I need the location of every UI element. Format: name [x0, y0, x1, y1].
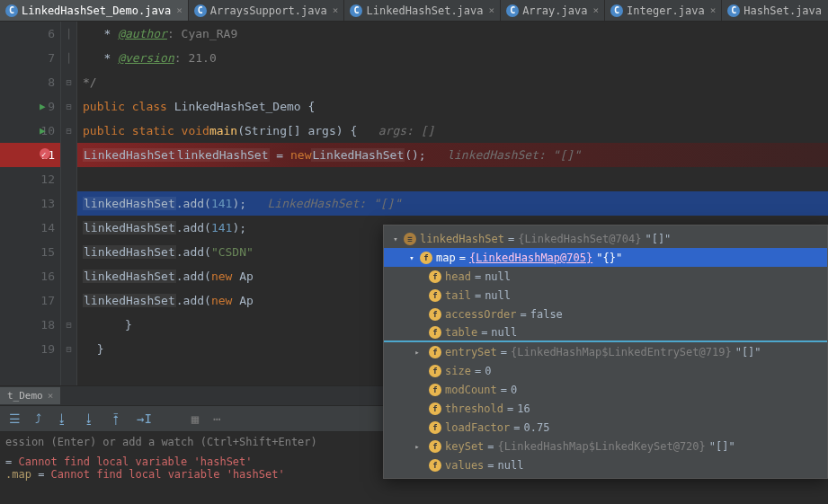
code-line[interactable]: */ — [77, 70, 828, 94]
var-row[interactable]: ▸fentrySet = {LinkedHashMap$LinkedEntryS… — [384, 342, 827, 361]
upload-icon[interactable]: ⭱ — [110, 411, 122, 426]
code-line[interactable]: LinkedHashSet linkedHashSet = new Linked… — [77, 143, 828, 167]
chevron-down-icon[interactable]: ▾ — [407, 253, 416, 262]
var-row[interactable]: ftail = null — [384, 286, 827, 305]
var-row[interactable]: fsize = 0 — [384, 361, 827, 380]
line-number: 19 — [40, 342, 55, 356]
more-icon[interactable]: ⋯ — [213, 411, 220, 426]
java-class-icon: C — [727, 4, 740, 17]
tab-label: Array.java — [522, 4, 587, 17]
var-row[interactable]: fhead = null — [384, 267, 827, 286]
tab-label: Integer.java — [627, 4, 705, 17]
java-class-icon: C — [5, 4, 18, 17]
gutter-line[interactable]: 14 — [0, 216, 60, 240]
gutter-line[interactable]: 15 — [0, 240, 60, 264]
fold-marker[interactable] — [61, 191, 76, 216]
code-line[interactable] — [77, 167, 828, 191]
editor-tab[interactable]: CArraysSupport.java× — [189, 0, 345, 21]
gutter-line[interactable]: 6 — [0, 22, 60, 46]
gutter-line[interactable]: ▶9 — [0, 94, 60, 119]
editor-tab[interactable]: CLinkedHashSet_Demo.java× — [0, 0, 189, 21]
fold-marker[interactable]: ⊟ — [61, 119, 76, 143]
download-alt-icon[interactable]: ⭳ — [83, 411, 95, 426]
fold-marker[interactable]: ⊟ — [61, 313, 76, 337]
java-class-icon: C — [350, 4, 362, 17]
fold-marker[interactable]: │ — [61, 22, 76, 46]
line-number: 18 — [40, 318, 55, 332]
close-icon[interactable]: × — [333, 4, 339, 16]
fold-marker[interactable] — [61, 264, 76, 288]
close-icon[interactable]: × — [176, 4, 183, 16]
editor-tab[interactable]: CArray.java× — [501, 0, 605, 21]
field-icon: f — [429, 270, 441, 283]
breakpoint-icon[interactable] — [40, 148, 50, 162]
java-class-icon: C — [610, 4, 623, 17]
editor-tab[interactable]: CLinkedHashSet.java× — [344, 0, 501, 21]
tab-label: ArraysSupport.java — [210, 4, 327, 17]
run-icon[interactable]: ▶ — [40, 101, 46, 112]
stack-icon[interactable]: ☰ — [9, 411, 21, 426]
field-icon: f — [429, 402, 441, 415]
close-icon[interactable]: × — [592, 4, 599, 16]
field-icon: f — [429, 308, 441, 321]
breadcrumb-tab[interactable]: t_Demo × — [0, 387, 60, 404]
code-line[interactable]: public class LinkedHashSet_Demo { — [77, 94, 828, 119]
close-icon[interactable]: × — [489, 4, 495, 16]
run-to-cursor-icon[interactable]: →I — [137, 411, 152, 426]
fold-marker[interactable]: ⊟ — [61, 94, 76, 119]
code-line[interactable]: * @version : 21.0 — [77, 46, 828, 70]
fold-marker[interactable] — [61, 143, 76, 167]
field-icon: f — [429, 384, 441, 396]
variables-popup[interactable]: ▾ ≡ linkedHashSet = {LinkedHashSet@704} … — [383, 225, 828, 479]
fold-marker[interactable] — [61, 216, 76, 240]
var-row[interactable]: ▸fkeySet = {LinkedHashMap$LinkedKeySet@7… — [384, 437, 827, 455]
chevron-down-icon[interactable]: ▾ — [391, 234, 400, 243]
fold-marker[interactable] — [61, 288, 76, 313]
line-number: 12 — [40, 172, 55, 186]
var-row-map[interactable]: ▾ f map = {LinkedHashMap@705} "{}" — [384, 248, 827, 267]
var-row[interactable]: ftable = null — [384, 323, 827, 342]
editor-tab[interactable]: CHashSet.java× — [722, 0, 828, 21]
step-over-icon[interactable]: ⤴ — [35, 411, 41, 426]
fold-marker[interactable]: │ — [61, 46, 76, 70]
fold-marker[interactable]: ⊟ — [61, 70, 76, 94]
var-row[interactable]: fvalues = null — [384, 455, 827, 474]
gutter-line[interactable]: 17 — [0, 288, 60, 313]
close-icon[interactable]: × — [48, 390, 54, 402]
line-number: 6 — [48, 27, 55, 40]
fold-marker[interactable] — [61, 167, 76, 191]
fold-marker[interactable] — [61, 240, 76, 264]
gutter-line[interactable]: 7 — [0, 46, 60, 70]
gutter-line[interactable]: 16 — [0, 264, 60, 288]
close-icon[interactable]: × — [710, 4, 717, 16]
code-line[interactable]: * @author : Cyan_RA9 — [77, 22, 828, 46]
chevron-right-icon[interactable]: ▸ — [413, 348, 422, 357]
var-row[interactable]: floadFactor = 0.75 — [384, 418, 827, 437]
code-line[interactable]: linkedHashSet.add(141); LinkedHashSet: "… — [77, 191, 828, 216]
field-icon: f — [420, 252, 432, 264]
gutter-line[interactable]: 11 — [0, 143, 60, 167]
var-row-root[interactable]: ▾ ≡ linkedHashSet = {LinkedHashSet@704} … — [384, 229, 827, 248]
gutter-line[interactable]: 8 — [0, 70, 60, 94]
var-row[interactable]: faccessOrder = false — [384, 305, 827, 323]
fold-marker[interactable]: ⊟ — [61, 337, 76, 361]
var-row[interactable]: fthreshold = 16 — [384, 399, 827, 418]
gutter-line[interactable]: ▶10 — [0, 119, 60, 143]
field-icon: f — [429, 346, 441, 358]
gutter-line[interactable]: 19 — [0, 337, 60, 361]
download-icon[interactable]: ⭳ — [56, 411, 68, 426]
java-class-icon: C — [194, 4, 207, 17]
run-icon[interactable]: ▶ — [40, 125, 46, 137]
line-number: 15 — [40, 245, 55, 259]
code-line[interactable]: public static void main(String[] args) {… — [77, 119, 828, 143]
calculator-icon[interactable]: ▦ — [191, 411, 199, 426]
tab-label: LinkedHashSet.java — [366, 4, 483, 17]
editor-tab[interactable]: CInteger.java× — [605, 0, 722, 21]
gutter-line[interactable]: 13 — [0, 191, 60, 216]
gutter-line[interactable]: 12 — [0, 167, 60, 191]
line-number: 13 — [40, 197, 55, 210]
chevron-right-icon[interactable]: ▸ — [413, 442, 422, 451]
var-row[interactable]: fmodCount = 0 — [384, 380, 827, 399]
field-icon: f — [429, 289, 441, 302]
gutter-line[interactable]: 18 — [0, 313, 60, 337]
